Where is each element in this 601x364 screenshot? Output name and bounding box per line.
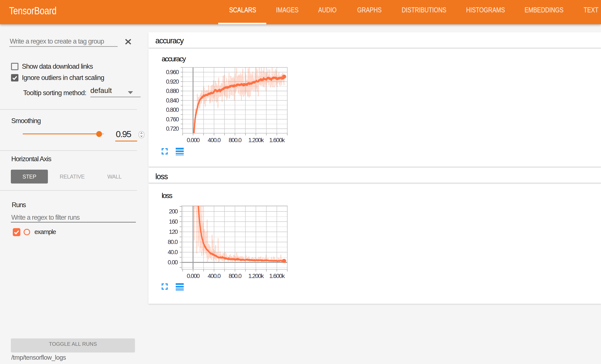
svg-text:1.200k: 1.200k [248, 137, 264, 143]
svg-text:800.0: 800.0 [229, 137, 241, 143]
svg-text:0.00: 0.00 [168, 259, 178, 266]
svg-text:0.720: 0.720 [166, 125, 179, 132]
svg-text:0.960: 0.960 [166, 69, 179, 75]
svg-text:400.0: 400.0 [208, 273, 221, 279]
svg-text:0.840: 0.840 [166, 97, 179, 104]
svg-text:80.0: 80.0 [168, 239, 178, 245]
svg-text:0.920: 0.920 [166, 78, 179, 85]
svg-text:0.880: 0.880 [166, 88, 179, 94]
svg-text:0.760: 0.760 [166, 116, 179, 123]
svg-text:1.600k: 1.600k [269, 273, 285, 279]
svg-text:120: 120 [169, 228, 178, 235]
svg-text:160: 160 [169, 218, 178, 225]
svg-text:1.600k: 1.600k [269, 137, 285, 143]
svg-text:40.0: 40.0 [168, 249, 178, 255]
svg-text:0.000: 0.000 [187, 137, 200, 143]
svg-text:200: 200 [169, 208, 178, 215]
svg-text:800.0: 800.0 [229, 273, 241, 279]
svg-text:1.200k: 1.200k [248, 273, 264, 279]
svg-text:0.800: 0.800 [166, 106, 179, 113]
svg-text:0.000: 0.000 [187, 273, 200, 279]
svg-text:400.0: 400.0 [208, 137, 221, 143]
